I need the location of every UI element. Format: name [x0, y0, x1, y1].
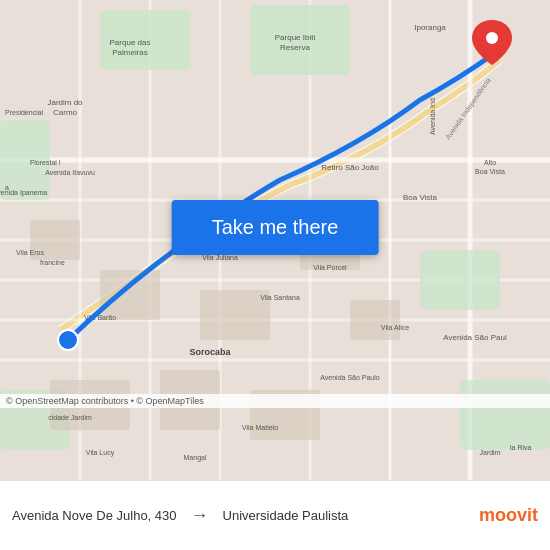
- svg-text:Sorocaba: Sorocaba: [189, 347, 231, 357]
- svg-text:Reserva: Reserva: [280, 43, 310, 52]
- svg-text:Mangal: Mangal: [184, 454, 207, 462]
- svg-text:Avenida Itavuvu: Avenida Itavuvu: [45, 169, 95, 176]
- svg-text:Avenida São Paulo: Avenida São Paulo: [320, 374, 380, 381]
- svg-text:Avenida Ind: Avenida Ind: [429, 98, 436, 135]
- svg-text:Vila Juliana: Vila Juliana: [202, 254, 238, 261]
- svg-text:Florestal I: Florestal I: [30, 159, 61, 166]
- svg-text:Avenida São Paul: Avenida São Paul: [443, 333, 507, 342]
- svg-text:Jardim: Jardim: [479, 449, 500, 456]
- svg-text:la Riva: la Riva: [510, 444, 532, 451]
- svg-text:Retiro São João: Retiro São João: [321, 163, 379, 172]
- svg-text:a: a: [5, 184, 9, 191]
- svg-text:Parque Ibiti: Parque Ibiti: [275, 33, 316, 42]
- svg-text:Jardim do: Jardim do: [47, 98, 83, 107]
- svg-text:Vila Porcel: Vila Porcel: [313, 264, 347, 271]
- route-row: Avenida Nove De Julho, 430 → Universidad…: [12, 505, 348, 526]
- svg-text:Presidencial: Presidencial: [5, 109, 44, 116]
- arrow-icon: →: [191, 505, 209, 526]
- svg-text:Vila Alice: Vila Alice: [381, 324, 409, 331]
- svg-rect-21: [100, 270, 160, 320]
- svg-text:Alto: Alto: [484, 159, 496, 166]
- copyright-notice: © OpenStreetMap contributors • © OpenMap…: [0, 394, 550, 408]
- bottom-bar: Avenida Nove De Julho, 430 → Universidad…: [0, 480, 550, 550]
- svg-text:Iporanga: Iporanga: [414, 23, 446, 32]
- svg-text:Vila Santana: Vila Santana: [260, 294, 300, 301]
- route-info: Avenida Nove De Julho, 430 → Universidad…: [12, 505, 479, 526]
- svg-text:Vila Lucy: Vila Lucy: [86, 449, 115, 457]
- svg-text:francine: francine: [40, 259, 65, 266]
- origin-text: Avenida Nove De Julho, 430: [12, 508, 177, 523]
- svg-text:Vila Matielo: Vila Matielo: [242, 424, 278, 431]
- svg-text:Boa Vista: Boa Vista: [475, 168, 505, 175]
- destination-text: Universidade Paulista: [223, 508, 349, 523]
- svg-text:Carmo: Carmo: [53, 108, 78, 117]
- svg-rect-17: [420, 250, 500, 310]
- moovit-brand-text: moovit: [479, 505, 538, 526]
- svg-rect-24: [350, 300, 400, 340]
- svg-text:Parque das: Parque das: [110, 38, 151, 47]
- take-me-there-button[interactable]: Take me there: [172, 200, 379, 255]
- svg-point-63: [58, 330, 78, 350]
- svg-rect-18: [460, 380, 550, 450]
- svg-text:Vila Eros: Vila Eros: [16, 249, 44, 256]
- map-container: Parque das Palmeiras Parque Ibiti Reserv…: [0, 0, 550, 480]
- svg-text:cidade Jardim: cidade Jardim: [48, 414, 92, 421]
- svg-point-65: [486, 32, 498, 44]
- moovit-logo: moovit: [479, 505, 538, 526]
- svg-text:Boa Vista: Boa Vista: [403, 193, 438, 202]
- svg-text:Palmeiras: Palmeiras: [112, 48, 148, 57]
